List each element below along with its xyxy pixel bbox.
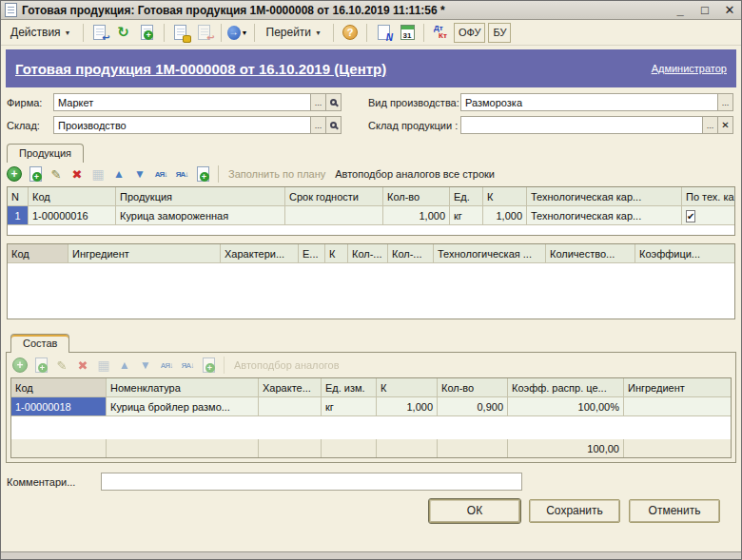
firma-open-button[interactable] — [325, 94, 341, 110]
col-header-by-techcard[interactable]: По тех. ка... — [682, 187, 734, 206]
qty-cell[interactable]: 0,900 — [438, 397, 508, 416]
k-cell[interactable]: 1,000 — [377, 397, 438, 416]
go-menu-button[interactable]: Перейти ▼ — [261, 23, 328, 42]
minimize-button[interactable]: _ — [673, 3, 688, 18]
cancel-button[interactable]: Отменить — [629, 499, 720, 523]
sort-ascending-button[interactable]: АЯ↓ — [151, 164, 170, 183]
col-header-ingredient[interactable]: Ингредиент — [624, 378, 731, 397]
firma-select-button[interactable]: ... — [310, 94, 325, 110]
copy-row-button[interactable]: + — [26, 164, 45, 183]
sklad-produkcii-clear-button[interactable]: ✕ — [717, 117, 732, 133]
ingredient-cell[interactable] — [624, 397, 731, 416]
edit-row-button[interactable]: ✎ — [52, 356, 71, 375]
sklad-open-button[interactable] — [325, 117, 341, 133]
actions-menu-button[interactable]: Действия ▼ — [5, 23, 77, 42]
col-header-ed[interactable]: Ед. — [450, 187, 483, 206]
tech-card-cell[interactable]: Технологическая кар... — [527, 206, 682, 225]
pick-list-button[interactable]: + — [199, 356, 218, 375]
dtkt-postings-button[interactable]: Дт Кт — [430, 23, 451, 43]
col-header-techcard[interactable]: Технологическая ... — [434, 244, 546, 263]
code-cell[interactable]: 1-00000018 — [11, 397, 107, 416]
delete-row-button[interactable]: ✖ — [73, 356, 92, 375]
code-cell[interactable]: 1-00000016 — [29, 206, 116, 225]
sklad-select-button[interactable]: ... — [310, 117, 325, 133]
numerator-button[interactable]: N — [373, 23, 394, 43]
unit-cell[interactable]: кг — [322, 397, 377, 416]
tab-sostav[interactable]: Состав — [10, 334, 69, 353]
tab-produkcija[interactable]: Продукция — [7, 144, 84, 163]
col-header-characteristic[interactable]: Характери... — [221, 244, 299, 263]
coeff-cell[interactable]: 100,00% — [508, 397, 624, 416]
document-title-link[interactable]: Готовая продукция 1М-0000008 от 16.10.20… — [15, 61, 652, 77]
set-date-button[interactable]: 31 — [397, 23, 418, 43]
refresh-button[interactable]: ↻ — [113, 23, 134, 43]
move-row-down-button[interactable]: ▼ — [130, 164, 149, 183]
document-movements-button[interactable]: → ▼ — [227, 23, 248, 43]
characteristic-cell[interactable] — [259, 397, 322, 416]
col-header-characteristic[interactable]: Характе... — [259, 378, 322, 397]
col-header-kolvo[interactable]: Кол-во — [383, 187, 450, 206]
sostav-table-row[interactable]: 1-00000018 Курица бройлер размо... кг 1,… — [11, 397, 731, 416]
edit-row-button[interactable]: ✎ — [47, 164, 66, 183]
col-header-coeff[interactable]: Коэфф. распр. це... — [508, 378, 624, 397]
nomenclature-cell[interactable]: Курица бройлер размо... — [107, 397, 259, 416]
col-header-kol1[interactable]: Кол-... — [348, 244, 388, 263]
col-header-kod[interactable]: Код — [29, 187, 116, 206]
move-row-up-button[interactable]: ▲ — [109, 164, 128, 183]
col-header-k[interactable]: К — [483, 187, 527, 206]
col-header-kod[interactable]: Код — [11, 378, 107, 397]
products-table-row[interactable]: 1 1-00000016 Курица замороженная 1,000 к… — [8, 206, 734, 225]
maximize-button[interactable]: □ — [697, 3, 713, 18]
col-header-srok[interactable]: Срок годности — [285, 187, 383, 206]
col-header-kolvo[interactable]: Кол-во — [438, 378, 508, 397]
col-header-ingredient[interactable]: Ингредиент — [68, 244, 221, 263]
col-header-nomenklatura[interactable]: Номенклатура — [107, 378, 259, 397]
move-row-down-button[interactable]: ▼ — [136, 356, 155, 375]
close-button[interactable]: ✕ — [722, 3, 737, 18]
copy-row-button[interactable]: + — [31, 356, 50, 375]
row-number-cell[interactable]: 1 — [8, 206, 29, 225]
product-cell[interactable]: Курица замороженная — [116, 206, 285, 225]
by-tech-card-cell[interactable]: ✔ — [682, 206, 734, 225]
bu-toggle-button[interactable]: БУ — [488, 23, 511, 43]
col-header-techcard[interactable]: Технологическая кар... — [527, 187, 682, 206]
ofu-toggle-button[interactable]: ОФУ — [454, 23, 485, 43]
col-header-kod[interactable]: Код — [8, 244, 68, 263]
col-header-n[interactable]: N — [8, 187, 29, 206]
copy-document-button[interactable]: + — [137, 23, 158, 43]
sklad-field[interactable]: Производство ... — [53, 116, 342, 134]
qty-cell[interactable]: 1,000 — [383, 206, 450, 225]
user-link[interactable]: Администратор — [652, 63, 727, 74]
comment-input[interactable] — [101, 473, 522, 491]
col-header-k[interactable]: К — [377, 378, 438, 397]
col-header-e[interactable]: Е... — [299, 244, 325, 263]
col-header-k[interactable]: К — [325, 244, 348, 263]
col-header-coefficient[interactable]: Коэффици... — [635, 244, 734, 263]
k-cell[interactable]: 1,000 — [483, 206, 527, 225]
delete-row-button[interactable]: ✖ — [68, 164, 87, 183]
col-header-produkcija[interactable]: Продукция — [116, 187, 285, 206]
sort-descending-button[interactable]: ЯА↓ — [178, 356, 197, 375]
sklad-produkcii-select-button[interactable]: ... — [702, 117, 717, 133]
move-row-up-button[interactable]: ▲ — [115, 356, 134, 375]
pick-list-button[interactable]: + — [193, 164, 212, 183]
col-header-quantity[interactable]: Количество... — [546, 244, 635, 263]
sort-ascending-button[interactable]: АЯ↓ — [157, 356, 176, 375]
vid-proizvodstva-select-button[interactable]: ... — [717, 94, 732, 110]
col-header-kol2[interactable]: Кол-... — [388, 244, 434, 263]
post-document-button[interactable] — [170, 23, 191, 43]
add-row-button[interactable]: + — [5, 164, 24, 183]
col-header-edizm[interactable]: Ед. изм. — [322, 378, 377, 397]
sklad-produkcii-field[interactable]: ... ✕ — [460, 116, 733, 134]
write-document-button[interactable]: ↩ — [89, 23, 110, 43]
unit-cell[interactable]: кг — [450, 206, 483, 225]
vid-proizvodstva-field[interactable]: Разморозка ... — [460, 93, 733, 111]
sort-descending-button[interactable]: ЯА↓ — [172, 164, 191, 183]
autoselect-analogs-all-rows-button[interactable]: Автоподбор аналогов все строки — [331, 168, 498, 180]
expiry-cell[interactable] — [285, 206, 383, 225]
ok-button[interactable]: ОК — [429, 499, 520, 523]
add-row-button[interactable]: + — [10, 356, 29, 375]
save-button[interactable]: Сохранить — [529, 499, 620, 523]
checkbox-checked-icon[interactable]: ✔ — [686, 210, 695, 222]
help-button[interactable]: ? — [340, 23, 361, 43]
